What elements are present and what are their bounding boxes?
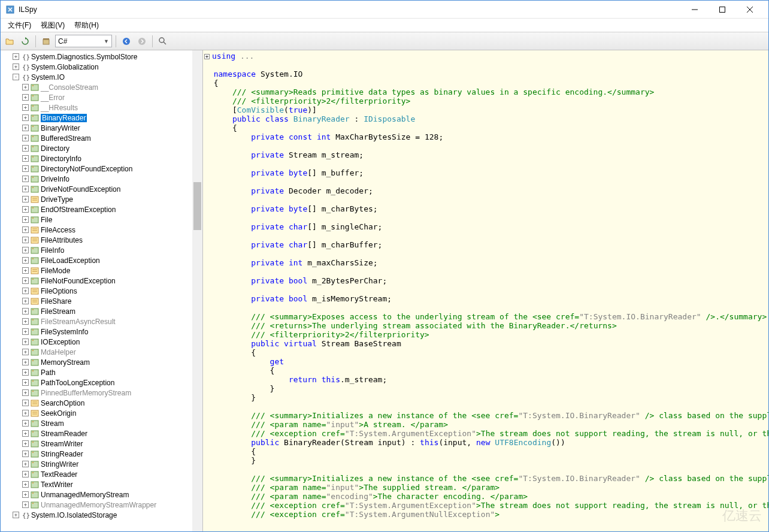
tree-item[interactable]: +__Error [1, 92, 202, 102]
tree-toggle-icon[interactable]: + [22, 216, 29, 223]
tree-item[interactable]: -{}System.IO [1, 72, 202, 82]
tree-item[interactable]: +__ConsoleStream [1, 82, 202, 92]
nav-back-button[interactable] [120, 35, 133, 48]
tree-item[interactable]: +BufferedStream [1, 133, 202, 143]
tree-toggle-icon[interactable]: + [13, 64, 19, 70]
tree-toggle-icon[interactable]: + [22, 420, 29, 427]
tree-item[interactable]: +FileAttributes [1, 235, 202, 245]
nav-forward-button[interactable] [135, 35, 149, 48]
tree-toggle-icon[interactable]: + [22, 257, 29, 264]
tree-item[interactable]: +EndOfStreamException [1, 204, 202, 214]
tree-toggle-icon[interactable]: + [22, 359, 29, 365]
tree-toggle-icon[interactable]: + [22, 308, 29, 315]
assemblies-button[interactable] [40, 35, 53, 48]
tree-item[interactable]: +{}System.IO.IsolatedStorage [1, 510, 202, 520]
open-button[interactable] [3, 35, 16, 48]
tree-item[interactable]: +MemoryStream [1, 357, 202, 367]
tree-item[interactable]: +UnmanagedMemoryStreamWrapper [1, 500, 202, 510]
tree-item[interactable]: +__HResults [1, 102, 202, 113]
tree-toggle-icon[interactable]: + [22, 501, 29, 508]
tree-item[interactable]: +Stream [1, 418, 202, 428]
tree-panel[interactable]: +{}System.Diagnostics.SymbolStore+{}Syst… [1, 50, 203, 531]
tree-toggle-icon[interactable]: + [22, 338, 29, 345]
tree-item[interactable]: +MdaHelper [1, 347, 202, 357]
tree-toggle-icon[interactable]: + [22, 135, 29, 141]
refresh-button[interactable] [19, 35, 32, 48]
tree-item[interactable]: +DriveNotFoundException [1, 184, 202, 194]
tree-item[interactable]: +UnmanagedMemoryStream [1, 489, 202, 500]
tree-toggle-icon[interactable]: + [22, 298, 29, 304]
tree-item[interactable]: +FileAccess [1, 225, 202, 235]
tree-scrollbar[interactable] [192, 50, 202, 531]
tree-toggle-icon[interactable]: + [22, 471, 29, 477]
tree-scrollbar-thumb[interactable] [193, 182, 201, 230]
tree-toggle-icon[interactable]: + [22, 277, 29, 284]
tree-toggle-icon[interactable]: + [22, 125, 29, 131]
tree-item[interactable]: +FileInfo [1, 245, 202, 255]
tree-item[interactable]: +FileSystemInfo [1, 327, 202, 337]
tree-toggle-icon[interactable]: + [22, 196, 29, 202]
tree-toggle-icon[interactable]: + [22, 94, 29, 101]
tree-item[interactable]: +DirectoryNotFoundException [1, 164, 202, 174]
tree-item[interactable]: +TextReader [1, 469, 202, 479]
tree-item[interactable]: +SeekOrigin [1, 408, 202, 418]
code-panel[interactable]: +using ... namespace System.IO { /// <su… [203, 50, 768, 531]
tree-toggle-icon[interactable]: + [22, 186, 29, 192]
language-dropdown[interactable]: C# ▼ [55, 35, 112, 47]
tree-item[interactable]: +StringWriter [1, 459, 202, 469]
tree-item[interactable]: +File [1, 214, 202, 225]
tree-toggle-icon[interactable]: + [22, 410, 29, 416]
tree-toggle-icon[interactable]: + [22, 481, 29, 488]
tree-item[interactable]: +{}System.Globalization [1, 62, 202, 72]
tree-item[interactable]: +BinaryWriter [1, 123, 202, 133]
tree-item[interactable]: +StringReader [1, 449, 202, 459]
tree-item[interactable]: +DriveType [1, 194, 202, 204]
tree-item[interactable]: +IOException [1, 337, 202, 347]
tree-toggle-icon[interactable]: + [22, 226, 29, 233]
tree-item[interactable]: +FileOptions [1, 286, 202, 296]
tree-item[interactable]: +FileNotFoundException [1, 276, 202, 286]
menu-view[interactable]: 视图(V) [36, 19, 69, 32]
tree-toggle-icon[interactable]: + [22, 440, 29, 447]
tree-item[interactable]: +Path [1, 367, 202, 377]
tree-item[interactable]: +DirectoryInfo [1, 153, 202, 164]
tree-item[interactable]: +FileShare [1, 296, 202, 306]
tree-toggle-icon[interactable]: + [22, 267, 29, 274]
tree-toggle-icon[interactable]: + [22, 237, 29, 243]
tree-toggle-icon[interactable]: + [22, 461, 29, 467]
tree-item[interactable]: +FileStreamAsyncResult [1, 316, 202, 327]
tree-toggle-icon[interactable]: + [22, 491, 29, 498]
tree-toggle-icon[interactable]: - [13, 74, 19, 80]
tree-toggle-icon[interactable]: + [22, 114, 29, 121]
tree-toggle-icon[interactable]: + [22, 328, 29, 335]
tree-toggle-icon[interactable]: + [22, 369, 29, 376]
tree-item[interactable]: +FileLoadException [1, 255, 202, 265]
tree-item[interactable]: +{}System.Diagnostics.SymbolStore [1, 52, 202, 62]
fold-toggle-icon[interactable]: + [204, 54, 210, 59]
tree-toggle-icon[interactable]: + [22, 349, 29, 355]
tree-toggle-icon[interactable]: + [13, 53, 19, 60]
tree-toggle-icon[interactable]: + [22, 84, 29, 90]
menu-help[interactable]: 帮助(H) [69, 19, 104, 32]
tree-item[interactable]: +PinnedBufferMemoryStream [1, 388, 202, 398]
tree-toggle-icon[interactable]: + [22, 155, 29, 162]
tree-toggle-icon[interactable]: + [22, 247, 29, 253]
tree-toggle-icon[interactable]: + [22, 451, 29, 457]
search-button[interactable] [156, 35, 169, 48]
tree-item[interactable]: +BinaryReader [1, 113, 202, 123]
tree-item[interactable]: +TextWriter [1, 479, 202, 489]
tree-toggle-icon[interactable]: + [22, 389, 29, 396]
tree-toggle-icon[interactable]: + [22, 318, 29, 325]
tree-toggle-icon[interactable]: + [22, 104, 29, 111]
tree-item[interactable]: +FileStream [1, 306, 202, 316]
menu-file[interactable]: 文件(F) [3, 19, 36, 32]
minimize-button[interactable] [681, 1, 709, 19]
tree-toggle-icon[interactable]: + [22, 288, 29, 294]
tree-item[interactable]: +DriveInfo [1, 174, 202, 184]
tree-toggle-icon[interactable]: + [22, 400, 29, 406]
maximize-button[interactable] [709, 1, 736, 19]
tree-toggle-icon[interactable]: + [22, 176, 29, 182]
tree-item[interactable]: +FileMode [1, 265, 202, 276]
tree-toggle-icon[interactable]: + [22, 145, 29, 152]
tree-toggle-icon[interactable]: + [22, 165, 29, 172]
